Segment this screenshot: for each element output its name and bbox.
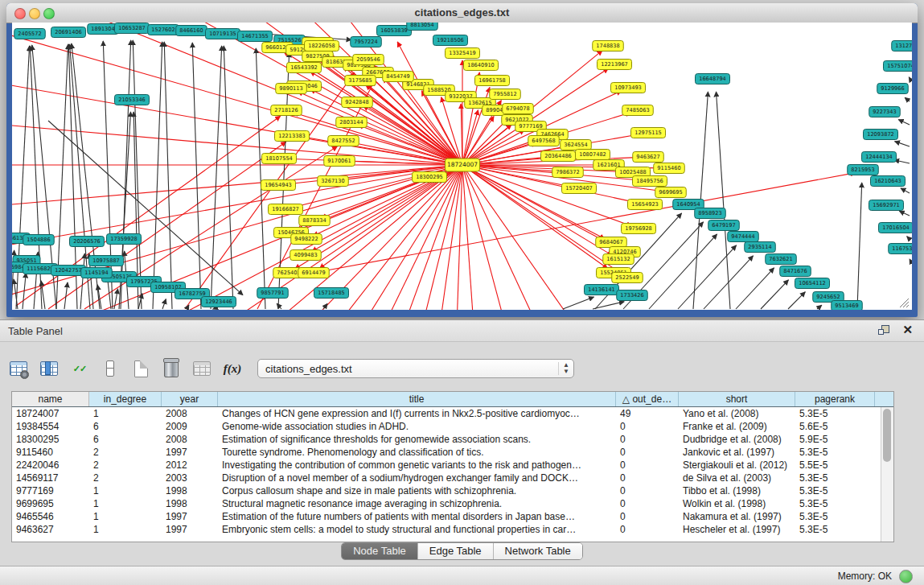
graph-node[interactable]: 6794078 [503,104,534,114]
table-cell[interactable]: Nakamura et al. (1997) [679,511,795,522]
table-cell[interactable]: Disruption of a novel member of a sodium… [218,472,616,484]
table-cell[interactable]: 18724007 [12,408,89,419]
new-table-button[interactable] [130,358,151,379]
graph-node[interactable]: 6914479 [298,268,330,278]
graph-node[interactable]: 9129966 [877,84,909,94]
table-cell[interactable]: 1 [89,511,162,522]
graph-node[interactable]: 1167533 [889,244,912,254]
table-row[interactable]: 1938455462009Genome-wide association stu… [12,420,893,433]
float-panel-icon[interactable] [878,325,889,336]
graph-node[interactable]: 16210643 [871,176,906,187]
graph-node[interactable]: 10719135 [206,29,240,39]
table-cell[interactable]: 5.6E-5 [795,421,875,432]
graph-node[interactable]: 21053346 [115,95,150,105]
table-cell[interactable]: Investigating the contribution of common… [218,459,616,471]
graph-node[interactable]: 16961758 [475,76,510,86]
graph-node[interactable]: 3624554 [561,140,592,150]
table-cell[interactable]: 6 [89,434,162,445]
table-cell[interactable]: 5.3E-5 [795,485,875,496]
graph-node[interactable]: 1615132 [603,254,634,265]
column-header-year[interactable]: year [162,392,218,406]
table-cell[interactable]: Tibbo et al. (1998) [679,485,795,496]
graph-node[interactable]: 1145194 [81,268,113,278]
graph-node[interactable]: 14136141 [585,285,619,295]
table-cell[interactable]: 19384554 [12,421,89,432]
close-panel-icon[interactable]: ✕ [902,323,913,337]
table-row[interactable]: 1830029562008Estimation of significance … [12,433,893,446]
table-cell[interactable]: 1 [89,498,162,509]
graph-node[interactable]: 10975887 [89,256,124,266]
graph-node[interactable]: 9115460 [654,163,685,174]
graph-node[interactable]: 12213383 [275,131,310,142]
graph-node[interactable]: 9227343 [869,107,901,117]
graph-node[interactable]: 9463627 [633,152,664,163]
table-cell[interactable]: Yano et al. (2008) [679,408,795,419]
graph-node[interactable]: 10654112 [795,278,830,289]
table-cell[interactable]: 1998 [162,485,218,496]
graph-node[interactable]: 1504886 [23,235,55,245]
table-cell[interactable]: 22420046 [12,459,89,471]
table-cell[interactable]: Genome-wide association studies in ADHD. [218,421,616,432]
graph-node[interactable]: 7485063 [622,105,654,116]
table-cell[interactable]: 5.5E-5 [795,459,875,471]
graph-node[interactable]: 7986372 [552,167,584,178]
table-cell[interactable]: Corpus callosum shape and size in male p… [218,485,616,496]
graph-node[interactable]: 15692971 [869,200,904,211]
graph-node[interactable]: 19654943 [261,180,296,191]
graph-node[interactable]: 18724007 [446,159,480,171]
graph-node[interactable]: 18495756 [633,176,667,187]
table-row[interactable]: 2242004622012Investigating the contribut… [12,459,893,472]
vertical-scrollbar[interactable] [881,407,893,542]
column-header-title[interactable]: title [218,392,616,406]
table-cell[interactable]: 5.3E-5 [795,447,875,458]
column-header-short[interactable]: short [679,392,795,406]
table-cell[interactable]: Jankovic et al. (1997) [679,447,795,458]
table-cell[interactable]: 1997 [162,447,218,458]
graph-node[interactable]: 3267130 [318,176,349,187]
graph-node[interactable]: 2059546 [353,55,384,65]
table-cell[interactable]: 1 [89,524,162,535]
table-cell[interactable]: 14569117 [12,472,89,484]
table-cell[interactable]: Stergiakouli et al. (2012) [679,459,795,471]
graph-node[interactable]: 8427552 [328,136,359,146]
table-cell[interactable]: 9699695 [12,498,89,509]
table-row[interactable]: 977716911998Corpus callosum shape and si… [12,484,893,497]
table-cell[interactable]: Changes of HCN gene expression and I(f) … [218,408,616,419]
table-cell[interactable]: 5.3E-5 [795,408,875,419]
column-header-pagerank[interactable]: pagerank [795,392,875,406]
graph-node[interactable]: 18107554 [262,154,297,164]
table-cell[interactable]: 2 [89,447,162,458]
graph-node[interactable]: 8958923 [695,208,726,219]
table-cell[interactable]: 2008 [162,408,218,419]
table-cell[interactable]: 1997 [162,524,218,535]
graph-node[interactable]: 19166827 [269,204,303,215]
table-cell[interactable]: 5.9E-5 [795,434,875,445]
graph-node[interactable]: 1527602 [148,25,179,35]
graph-node[interactable]: 1891304 [88,24,119,35]
table-cell[interactable]: 9777169 [12,485,89,496]
table-cell[interactable]: Hescheler et al. (1997) [679,524,795,535]
graph-node[interactable]: 7957224 [351,37,382,47]
column-selector-button[interactable] [39,358,60,379]
graph-node[interactable]: 8878334 [299,216,331,226]
table-cell[interactable]: 18300295 [12,434,89,445]
graph-node[interactable]: 18640910 [464,60,499,71]
graph-node[interactable]: 7632621 [766,254,797,265]
graph-node[interactable]: 12444134 [862,152,897,163]
graph-node[interactable]: 2522549 [612,273,643,283]
graph-node[interactable]: 17016504 [879,223,913,233]
graph-node[interactable]: 14671355 [238,31,273,42]
graph-node[interactable]: 8471676 [780,266,811,277]
graph-node[interactable]: 9684067 [596,237,627,248]
network-canvas[interactable]: 2405572206914061891304106532871527602846… [12,23,912,310]
graph-node[interactable]: 2935114 [745,242,776,253]
table-settings-button[interactable] [8,358,29,379]
graph-node[interactable]: 12923446 [202,297,236,307]
table-row[interactable]: 1456911722003Disruption of a novel membe… [12,472,893,484]
graph-node[interactable]: 4099483 [290,250,322,261]
graph-node[interactable]: 9170061 [324,156,355,167]
table-row[interactable]: 946554611997Estimation of the future num… [12,510,893,523]
graph-node[interactable]: 12042757 [51,266,86,276]
tab-node-table[interactable]: Node Table [342,543,418,559]
table-cell[interactable]: 0 [616,511,679,522]
